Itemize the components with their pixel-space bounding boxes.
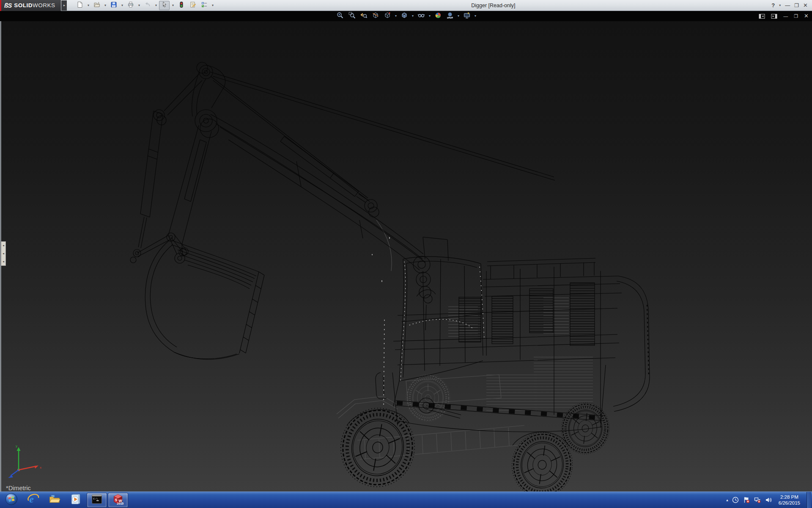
triad-y-label: y — [16, 444, 17, 448]
save-dropdown[interactable]: ▾ — [120, 3, 124, 7]
featuremanager-collapsed-tab[interactable]: ◂ ◂ ◂ — [1, 241, 6, 266]
view-settings-button[interactable] — [461, 11, 472, 20]
main-toolbar: ▾▾▾▾▾▾▾ — [74, 1, 215, 10]
document-bar: ▾▾▾▾▾ — ❐ ✕ — [0, 11, 812, 21]
display-style-icon — [401, 11, 408, 21]
command-prompt-taskbar-button[interactable]: C:\ — [87, 493, 107, 508]
system-tray: ▴ 2:28 PM 6/26/2015 — [726, 492, 812, 508]
start-orb-taskbar-button[interactable] — [0, 493, 22, 508]
previous-view-button[interactable] — [358, 11, 369, 20]
select-dropdown[interactable]: ▾ — [170, 3, 175, 7]
minimize-button[interactable]: — — [785, 3, 790, 8]
options-dropdown[interactable]: ▾ — [210, 3, 215, 7]
internet-explorer-taskbar-button[interactable]: e — [23, 493, 44, 508]
boom-elbow-joint — [195, 110, 219, 138]
help-dropdown[interactable]: ▾ — [779, 3, 781, 7]
help-button[interactable]: ? — [771, 2, 775, 8]
internet-explorer-icon: e — [27, 493, 40, 507]
start-orb-icon — [5, 493, 18, 507]
rebuild-button[interactable] — [176, 1, 187, 10]
view-orientation-dropdown[interactable]: ▾ — [394, 14, 398, 18]
command-prompt-icon: C:\ — [91, 493, 103, 507]
select-icon — [161, 1, 168, 10]
document-restore-button[interactable]: ❐ — [794, 12, 798, 20]
media-player-taskbar-button[interactable] — [66, 493, 86, 508]
pane-toggle-left-icon[interactable] — [759, 14, 765, 19]
open-dropdown[interactable]: ▾ — [103, 3, 107, 7]
pane-arrow-icon: ◂ — [3, 260, 4, 263]
graphics-viewport[interactable]: ◂ ◂ ◂ y x *Dimetric — [0, 21, 812, 491]
display-style-button[interactable] — [399, 11, 410, 20]
triad-x-label: x — [40, 466, 41, 469]
wireframe-digger-model — [0, 21, 812, 491]
bucket-cylinder — [130, 111, 163, 263]
rebuild-icon — [178, 1, 185, 10]
print-dropdown[interactable]: ▾ — [137, 3, 141, 7]
solidworks-2015-taskbar-button[interactable]: SW2015 — [108, 493, 128, 508]
view-settings-dropdown[interactable]: ▾ — [473, 14, 477, 18]
save-button[interactable] — [108, 1, 119, 10]
taskbar-buttons: eC:\SW2015 — [0, 492, 129, 508]
show-desktop-button[interactable] — [807, 492, 811, 508]
clock-time: 2:28 PM — [779, 494, 800, 500]
file-properties-icon — [189, 1, 196, 10]
hose-rod-pair — [210, 72, 555, 180]
open-button[interactable] — [91, 1, 102, 10]
tray-expand-icon[interactable]: ▴ — [726, 498, 728, 502]
hide-show-items-button[interactable] — [416, 11, 427, 20]
bucket — [137, 233, 264, 359]
previous-view-icon — [360, 11, 368, 21]
svg-text:S: S — [115, 498, 118, 502]
solidworks-2015-icon: SW2015 — [112, 493, 124, 507]
section-view-icon — [372, 11, 379, 21]
windows-explorer-icon — [48, 493, 61, 507]
network-icon[interactable] — [754, 497, 761, 504]
document-close-button[interactable]: ✕ — [804, 12, 809, 20]
hide-show-items-dropdown[interactable]: ▾ — [428, 14, 432, 18]
undo-dropdown[interactable]: ▾ — [154, 3, 158, 7]
pane-arrow-icon: ◂ — [3, 252, 4, 255]
edit-appearance-button[interactable] — [433, 11, 444, 20]
apply-scene-dropdown[interactable]: ▾ — [456, 14, 461, 18]
print-button[interactable] — [125, 1, 136, 10]
open-icon — [93, 1, 100, 10]
undo-button[interactable] — [142, 1, 153, 10]
windows-explorer-taskbar-button[interactable] — [44, 493, 65, 508]
close-button[interactable]: ✕ — [803, 2, 808, 8]
new-document-dropdown[interactable]: ▾ — [86, 3, 91, 7]
solidworks-logo-text: SOLIDWORKS — [14, 2, 55, 8]
menu-expand-button[interactable]: ▸ — [61, 0, 67, 11]
zoom-to-fit-icon — [336, 11, 344, 21]
file-properties-button[interactable] — [187, 1, 198, 10]
wheels — [335, 400, 612, 491]
new-document-icon — [77, 1, 83, 10]
view-orientation-button[interactable] — [382, 11, 393, 20]
display-style-dropdown[interactable]: ▾ — [411, 14, 415, 18]
zoom-to-fit-button[interactable] — [335, 11, 346, 20]
document-minimize-button[interactable]: — — [783, 12, 788, 20]
zoom-to-area-button[interactable] — [346, 11, 357, 20]
view-settings-icon — [463, 11, 471, 21]
apply-scene-icon — [446, 11, 454, 21]
new-document-button[interactable] — [74, 1, 85, 10]
pane-toggle-right-icon[interactable] — [771, 14, 777, 19]
taskbar-clock[interactable]: 2:28 PM 6/26/2015 — [776, 494, 803, 506]
apply-scene-button[interactable] — [444, 11, 455, 20]
view-orientation-icon — [384, 11, 391, 21]
action-center-icon[interactable] — [743, 497, 750, 504]
options-icon — [201, 1, 208, 10]
section-view-button[interactable] — [370, 11, 381, 20]
select-button[interactable] — [159, 1, 170, 10]
svg-text:C:\: C:\ — [93, 497, 98, 500]
volume-icon[interactable] — [765, 497, 772, 504]
options-button[interactable] — [199, 1, 209, 10]
boom-cylinder — [280, 136, 379, 217]
zoom-to-area-icon — [348, 11, 356, 21]
restore-button[interactable]: ❐ — [794, 3, 799, 8]
visible-edges — [130, 62, 650, 491]
pane-arrow-icon: ◂ — [3, 244, 4, 247]
media-player-icon — [69, 493, 82, 507]
solidworks-logo-icon: ßS — [4, 2, 11, 9]
titlebar-controls: ? ▾ — ❐ ✕ — [771, 2, 812, 8]
clock-icon[interactable] — [732, 497, 739, 504]
